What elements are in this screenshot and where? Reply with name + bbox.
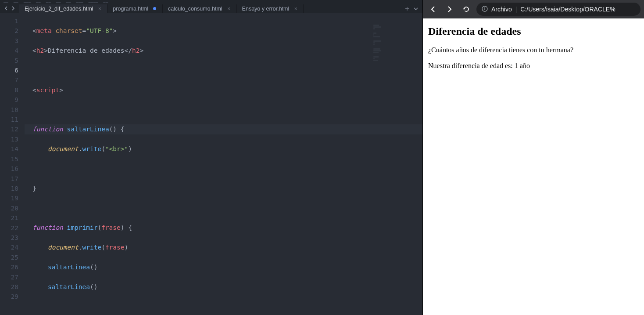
menubar: ▬▬ ▬▬ ▬▬▬ ▬▬ ▬▬ ▬▬ ▬▬ ▬▬▬ ▬▬▬▬ ▬▬ [0, 0, 422, 4]
editor-pane: ▬▬ ▬▬ ▬▬▬ ▬▬ ▬▬ ▬▬ ▬▬ ▬▬▬ ▬▬▬▬ ▬▬ Ejerci… [0, 0, 422, 315]
close-icon[interactable]: × [293, 7, 298, 11]
info-icon[interactable] [482, 6, 488, 13]
menu-item[interactable]: ▬▬ [103, 0, 108, 4]
back-button[interactable] [426, 3, 440, 16]
menu-item[interactable]: ▬▬▬ [24, 0, 31, 4]
url-separator: | [515, 6, 517, 13]
minimap[interactable] [373, 22, 422, 62]
menu-item[interactable]: ▬▬ [14, 0, 18, 4]
page-paragraph-1: ¿Cuántos años de diferencia tienes con t… [428, 46, 639, 54]
menu-item[interactable]: ▬▬ [36, 0, 41, 4]
browser-viewport: Diferencia de edades ¿Cuántos años de di… [423, 18, 644, 315]
page-paragraph-2: Nuestra diferencia de edad es: 1 año [428, 62, 639, 70]
url-scheme: Archivo [491, 6, 512, 13]
menu-item[interactable]: ▬▬ [66, 0, 71, 4]
tab-prev-icon[interactable] [4, 4, 9, 13]
browser-pane: Archivo | C:/Users/isaia/Desktop/ORACLE%… [422, 0, 644, 315]
menu-item[interactable]: ▬▬ [46, 0, 51, 4]
editor-body[interactable]: 1 2 3 4 5 6 7 8 9 10 11 12 13 14 15 16 1… [0, 13, 422, 315]
tab-label: Ejercicio_2_dif_edades.html [25, 6, 93, 12]
page-heading: Diferencia de edades [428, 25, 639, 37]
new-tab-icon[interactable]: + [405, 4, 409, 13]
browser-toolbar: Archivo | C:/Users/isaia/Desktop/ORACLE% [423, 0, 644, 18]
tab-label: programa.html [113, 6, 148, 12]
close-icon[interactable]: × [97, 7, 102, 11]
url-path: C:/Users/isaia/Desktop/ORACLE% [520, 6, 615, 13]
tab-ejercicio2[interactable]: Ejercicio_2_dif_edades.html × [19, 4, 107, 13]
code-area[interactable]: <meta charset="UTF-8"> <h2>Diferencia de… [25, 13, 422, 315]
menu-item[interactable]: ▬▬ [56, 0, 61, 4]
line-gutter: 1 2 3 4 5 6 7 8 9 10 11 12 13 14 15 16 1… [0, 13, 25, 315]
svg-point-2 [484, 7, 485, 8]
reload-button[interactable] [460, 3, 473, 16]
tab-calculo-consumo[interactable]: calculo_consumo.html × [163, 4, 237, 13]
tab-programa[interactable]: programa.html [107, 4, 163, 13]
tab-next-icon[interactable] [11, 4, 16, 13]
forward-button[interactable] [443, 3, 456, 16]
tab-bar: Ejercicio_2_dif_edades.html × programa.h… [0, 4, 422, 13]
close-icon[interactable]: × [227, 7, 231, 11]
tab-nav [0, 4, 19, 13]
menu-item[interactable]: ▬▬▬ [76, 0, 83, 4]
tab-ensayo-error[interactable]: Ensayo y error.html × [237, 4, 304, 13]
tab-menu-icon[interactable] [414, 4, 418, 13]
tab-label: Ensayo y error.html [242, 6, 290, 12]
menu-item[interactable]: ▬▬ [4, 0, 8, 4]
url-bar[interactable]: Archivo | C:/Users/isaia/Desktop/ORACLE% [476, 3, 640, 16]
menu-item[interactable]: ▬▬▬▬ [89, 0, 98, 4]
modified-indicator-icon[interactable] [153, 7, 157, 11]
tab-label: calculo_consumo.html [168, 6, 222, 12]
